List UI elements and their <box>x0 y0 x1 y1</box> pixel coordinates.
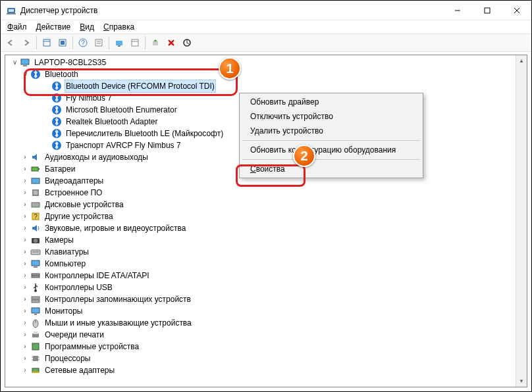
expand-icon[interactable]: › <box>21 224 29 232</box>
svg-rect-36 <box>32 178 40 184</box>
tree-category[interactable]: ›Контроллеры IDE ATA/ATAPI <box>8 270 527 282</box>
svg-point-51 <box>34 289 37 292</box>
menu-help[interactable]: Справка <box>99 21 138 33</box>
toolbar-icon[interactable] <box>92 36 106 50</box>
scan-hardware-icon[interactable] <box>112 36 126 50</box>
tree-category-bluetooth[interactable]: ∨ Bluetooth <box>8 68 527 80</box>
tree-root[interactable]: ∨ LAPTOP-8CBL2S35 <box>8 57 527 68</box>
tree-category[interactable]: ›Процессоры <box>8 353 527 364</box>
keyboard-icon <box>30 247 41 257</box>
storage-controller-icon <box>30 294 41 305</box>
expand-icon[interactable]: › <box>21 272 29 280</box>
collapse-icon[interactable]: ∨ <box>21 70 29 78</box>
tree-category[interactable]: ›Компьютер <box>8 258 527 270</box>
collapse-icon[interactable]: ∨ <box>11 59 18 66</box>
expand-icon[interactable]: › <box>21 260 29 268</box>
tree-label: Батареи <box>43 163 76 175</box>
tree-label: Другие устройства <box>43 210 115 222</box>
tree-category[interactable]: ›Звуковые, игровые и видеоустройства <box>8 222 527 234</box>
bluetooth-icon <box>30 69 41 80</box>
close-button[interactable] <box>502 1 531 20</box>
tree-category[interactable]: ›Дисковые устройства <box>8 199 527 210</box>
context-menu-separator <box>242 140 420 141</box>
expand-icon[interactable]: › <box>21 331 29 339</box>
software-device-icon <box>30 341 41 352</box>
expand-icon[interactable]: › <box>21 248 29 256</box>
tree-label: Клавиатуры <box>43 246 90 258</box>
sound-icon <box>30 223 41 233</box>
expand-icon[interactable]: › <box>21 177 29 185</box>
tree-label: Встроенное ПО <box>43 187 103 199</box>
context-menu-scan[interactable]: Обновить конфигурацию оборудования <box>241 143 421 157</box>
expand-icon[interactable]: › <box>21 307 29 315</box>
svg-rect-54 <box>32 308 40 313</box>
print-queue-icon <box>30 330 41 340</box>
tree-label: Realtek Bluetooth Adapter <box>65 116 159 128</box>
ide-controller-icon <box>30 270 41 281</box>
expand-icon[interactable]: › <box>21 319 29 327</box>
display-adapter-icon <box>30 176 41 186</box>
tree-category[interactable]: ›Камеры <box>8 234 527 246</box>
maximize-button[interactable] <box>472 1 502 20</box>
svg-rect-10 <box>61 41 65 45</box>
tree-category[interactable]: ›Встроенное ПО <box>8 187 527 199</box>
expand-icon[interactable]: › <box>21 165 29 173</box>
tree-category[interactable]: ›Контроллеры USB <box>8 282 527 293</box>
context-menu-properties[interactable]: Свойства <box>241 162 421 176</box>
context-menu-uninstall[interactable]: Удалить устройство <box>241 124 421 138</box>
back-button[interactable] <box>3 36 18 50</box>
svg-rect-17 <box>118 45 120 47</box>
expand-icon[interactable]: › <box>21 153 29 161</box>
tree-category[interactable]: ›Контроллеры запоминающих устройств <box>8 293 527 305</box>
menu-file[interactable]: Файл <box>3 21 31 33</box>
svg-text:?: ? <box>34 213 38 220</box>
expand-icon[interactable]: › <box>21 201 29 208</box>
tree-item-bluetooth-device[interactable]: Bluetooth Device (RFCOMM Protocol TDI) <box>8 80 527 92</box>
svg-point-40 <box>38 206 39 207</box>
device-tree-panel: ▲ ▼ ∨ LAPTOP-8CBL2S35 ∨ Bluetooth Blueto… <box>5 55 527 387</box>
expand-icon[interactable]: › <box>21 343 29 351</box>
context-menu-disable[interactable]: Отключить устройство <box>241 109 421 124</box>
svg-rect-53 <box>32 300 40 303</box>
tree-label: Bluetooth <box>43 68 80 80</box>
minimize-button[interactable] <box>442 1 472 20</box>
expand-icon[interactable]: › <box>21 295 29 303</box>
svg-rect-52 <box>32 297 40 299</box>
tree-category[interactable]: ›Мониторы <box>8 305 527 317</box>
disable-icon[interactable] <box>180 36 194 50</box>
bluetooth-icon <box>51 116 62 127</box>
window-title: Диспетчер устройств <box>20 6 442 15</box>
tree-category[interactable]: ›Мыши и иные указывающие устройства <box>8 317 527 329</box>
tree-category[interactable]: ›?Другие устройства <box>8 210 527 222</box>
menu-view[interactable]: Вид <box>76 21 98 33</box>
update-driver-icon[interactable] <box>148 36 163 50</box>
expand-icon[interactable]: › <box>21 283 29 291</box>
expand-icon[interactable]: › <box>21 355 29 362</box>
tree-category[interactable]: ›Программные устройства <box>8 341 527 353</box>
toolbar-icon[interactable] <box>40 36 54 50</box>
expand-icon[interactable]: › <box>21 212 29 220</box>
properties-icon[interactable] <box>128 36 142 50</box>
forward-button[interactable] <box>19 36 34 50</box>
network-icon <box>30 365 41 376</box>
toolbar-icon[interactable] <box>55 36 70 50</box>
context-menu-update-driver[interactable]: Обновить драйвер <box>241 95 421 109</box>
expand-icon[interactable]: › <box>21 366 29 374</box>
svg-rect-48 <box>34 266 38 268</box>
svg-rect-7 <box>43 39 50 46</box>
svg-rect-55 <box>34 314 37 315</box>
expand-icon[interactable]: › <box>21 236 29 244</box>
uninstall-icon[interactable] <box>164 36 178 50</box>
tree-category[interactable]: ›Сетевые адаптеры <box>8 364 527 376</box>
computer-icon <box>20 57 30 68</box>
disk-icon <box>30 199 41 210</box>
tree-category[interactable]: ›Клавиатуры <box>8 246 527 258</box>
tree-label: Мыши и иные указывающие устройства <box>43 317 193 329</box>
expand-icon[interactable]: › <box>21 189 29 197</box>
tree-label: Программные устройства <box>43 341 140 353</box>
tree-category[interactable]: ›Очереди печати <box>8 329 527 341</box>
svg-rect-13 <box>95 39 102 46</box>
svg-rect-16 <box>116 41 122 45</box>
help-icon[interactable]: ? <box>76 36 90 50</box>
menu-action[interactable]: Действие <box>32 21 75 33</box>
